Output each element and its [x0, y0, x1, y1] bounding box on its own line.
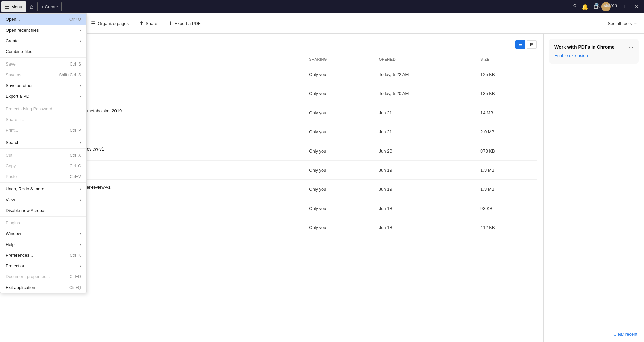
titlebar-right: 🔍 Search ? 🔔 ⊞ A ─ ❐ ✕	[571, 2, 644, 11]
menu-item-label-plugins: Plugins	[6, 220, 20, 225]
menu-item-right-save: Ctrl+S	[70, 61, 81, 67]
menu-item-right-search: ›	[80, 140, 81, 145]
menu-item-combine[interactable]: Combine files	[0, 46, 86, 57]
menu-item-right-view: ›	[80, 197, 81, 202]
menu-shortcut-print: Ctrl+P	[70, 128, 81, 133]
create-button[interactable]: + Create	[37, 2, 61, 11]
menu-item-disable-acrobat[interactable]: Disable new Acrobat	[0, 205, 86, 216]
menu-item-create[interactable]: Create ›	[0, 35, 86, 46]
menu-shortcut-cut: Ctrl+X	[70, 153, 81, 158]
search-top[interactable]: 🔍 Search	[595, 3, 617, 8]
menu-shortcut-copy: Ctrl+C	[70, 164, 81, 168]
share-button[interactable]: ⬆ Share	[135, 18, 162, 29]
list-view-button[interactable]: ☰	[515, 40, 525, 49]
menu-item-left-create: Create	[6, 38, 19, 43]
menu-item-label-open: Open...	[6, 17, 20, 22]
size-cell: 1.3 MB	[476, 161, 537, 180]
menu-item-save-as-other[interactable]: Save as other ›	[0, 80, 86, 91]
menu-item-left-share-file: Share file	[6, 117, 24, 122]
chevron-right-icon-save-as-other: ›	[80, 83, 81, 88]
menu-item-left-protect-password: Protect Using Password	[6, 106, 52, 111]
menu-shortcut-exit: Ctrl+Q	[69, 285, 81, 290]
menu-item-left-plugins: Plugins	[6, 220, 20, 225]
menu-item-cut: Cut Ctrl+X	[0, 149, 86, 160]
side-panel-more-button[interactable]: ···	[629, 44, 633, 50]
menu-item-label-save-as: Save as...	[6, 72, 25, 77]
notifications-button[interactable]: 🔔	[580, 2, 590, 11]
titlebar: Menu ⌂ + Create 🔍 Search ? 🔔 ⊞ A ─ ❐ ✕	[0, 0, 644, 13]
menu-item-left-open: Open...	[6, 17, 20, 22]
menu-item-right-save-as-other: ›	[80, 83, 81, 88]
side-panel-card: ··· Work with PDFs in Chrome Enable exte…	[549, 39, 639, 64]
menu-item-help[interactable]: Help ›	[0, 239, 86, 250]
menu-item-right-document-properties: Ctrl+D	[70, 274, 81, 279]
menu-item-open[interactable]: Open... Ctrl+O	[0, 14, 86, 25]
menu-item-protection[interactable]: Protection ›	[0, 260, 86, 271]
share-label: Share	[146, 21, 157, 26]
menu-item-window[interactable]: Window ›	[0, 228, 86, 239]
share-icon: ⬆	[139, 20, 144, 27]
menu-item-search[interactable]: Search ›	[0, 137, 86, 148]
menu-item-label-cut: Cut	[6, 153, 12, 158]
menu-shortcut-preferences: Ctrl+K	[70, 253, 81, 258]
menu-item-view[interactable]: View ›	[0, 194, 86, 205]
export-label: Export a PDF	[175, 21, 201, 26]
close-button[interactable]: ✕	[632, 3, 641, 11]
menu-item-right-help: ›	[80, 242, 81, 247]
menu-item-left-export-pdf: Export a PDF	[6, 94, 32, 99]
sharing-cell: Only you	[305, 141, 375, 161]
see-all-tools-button[interactable]: See all tools ···	[608, 21, 637, 26]
menu-button[interactable]: Menu	[1, 1, 26, 12]
menu-item-export-pdf[interactable]: Export a PDF ›	[0, 91, 86, 101]
menu-item-protect-password: Protect Using Password	[0, 103, 86, 114]
opened-cell: Jun 18	[375, 199, 476, 218]
export-pdf-button[interactable]: ⤓ Export a PDF	[164, 18, 205, 29]
menu-item-left-document-properties: Document properties...	[6, 274, 50, 279]
opened-cell: Jun 18	[375, 218, 476, 237]
menu-item-right-exit: Ctrl+Q	[69, 285, 81, 290]
menu-item-open-recent[interactable]: Open recent files ›	[0, 25, 86, 35]
size-cell: 93 KB	[476, 199, 537, 218]
menu-item-label-search: Search	[6, 140, 19, 145]
see-all-label: See all tools	[608, 21, 632, 26]
chevron-right-icon-undo-redo: ›	[80, 187, 81, 191]
sharing-col-header: SHARING	[305, 54, 375, 65]
menu-item-plugins: Plugins	[0, 217, 86, 228]
grid-view-button[interactable]: ⊞	[527, 40, 537, 49]
menu-item-right-window: ›	[80, 231, 81, 236]
enable-extension-link[interactable]: Enable extension	[554, 53, 588, 58]
menu-item-label-share-file: Share file	[6, 117, 24, 122]
home-button[interactable]: ⌂	[27, 2, 36, 12]
chevron-right-icon-view: ›	[80, 198, 81, 202]
menu-item-label-export-pdf: Export a PDF	[6, 94, 32, 99]
menu-item-label-window: Window	[6, 231, 21, 236]
side-panel: ··· Work with PDFs in Chrome Enable exte…	[543, 34, 644, 342]
divider-divider3	[0, 136, 86, 136]
organize-pages-button[interactable]: ☰ Organize pages	[87, 18, 133, 29]
menu-item-exit[interactable]: Exit application Ctrl+Q	[0, 282, 86, 293]
opened-cell: Jun 21	[375, 122, 476, 141]
help-icon-button[interactable]: ?	[571, 2, 578, 11]
hamburger-icon	[5, 5, 9, 9]
size-cell: 125 KB	[476, 65, 537, 84]
menu-item-label-open-recent: Open recent files	[6, 28, 39, 33]
menu-item-document-properties: Document properties... Ctrl+D	[0, 271, 86, 282]
menu-item-preferences[interactable]: Preferences... Ctrl+K	[0, 250, 86, 260]
menu-item-right-copy: Ctrl+C	[70, 163, 81, 168]
sharing-cell: Only you	[305, 103, 375, 122]
chevron-right-icon-create: ›	[80, 39, 81, 43]
menu-item-right-create: ›	[80, 38, 81, 43]
menu-item-print: Print... Ctrl+P	[0, 125, 86, 135]
chevron-right-icon-search: ›	[80, 140, 81, 145]
menu-label: Menu	[11, 4, 22, 9]
maximize-button[interactable]: ❐	[622, 3, 631, 11]
menu-item-left-view: View	[6, 197, 15, 202]
menu-item-right-open-recent: ›	[80, 28, 81, 33]
side-panel-title: Work with PDFs in Chrome	[554, 44, 633, 50]
menu-shortcut-save: Ctrl+S	[70, 62, 81, 67]
content-area: Recent ☰ ⊞ NAME SHARING OPENED SIZE	[0, 34, 644, 342]
menu-item-undo-redo[interactable]: Undo, Redo & more ›	[0, 183, 86, 194]
divider-divider1	[0, 57, 86, 58]
divider-divider2	[0, 102, 86, 102]
search-icon: 🔍	[595, 3, 600, 8]
